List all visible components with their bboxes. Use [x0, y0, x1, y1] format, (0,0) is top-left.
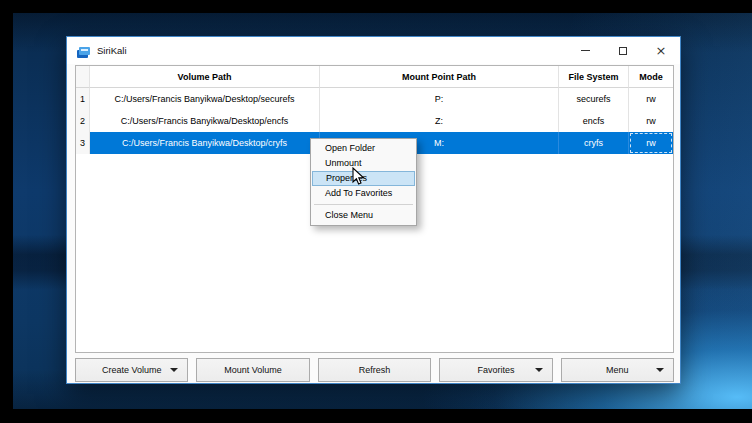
chevron-down-icon — [656, 368, 664, 372]
volume-path-cell[interactable]: C:/Users/Francis Banyikwa/Desktop/encfs — [90, 110, 320, 132]
caption-buttons: × — [566, 37, 680, 64]
table-row[interactable]: 2 C:/Users/Francis Banyikwa/Desktop/encf… — [76, 110, 673, 132]
mode-cell[interactable]: rw — [629, 132, 673, 154]
titlebar[interactable]: SiriKali × — [67, 37, 680, 64]
create-volume-label: Create Volume — [102, 365, 162, 375]
menu-label: Menu — [606, 365, 629, 375]
maximize-button[interactable] — [604, 37, 642, 64]
mount-point-header[interactable]: Mount Point Path — [320, 66, 559, 88]
file-system-cell[interactable]: cryfs — [559, 132, 629, 154]
maximize-icon — [619, 47, 627, 55]
minimize-icon — [581, 50, 590, 51]
volume-path-cell[interactable]: C:/Users/Francis Banyikwa/Desktop/secure… — [90, 88, 320, 110]
mount-point-cell[interactable]: Z: — [320, 110, 559, 132]
minimize-button[interactable] — [566, 37, 604, 64]
refresh-button[interactable]: Refresh — [318, 358, 431, 382]
close-icon: × — [656, 44, 667, 57]
menu-item-open-folder[interactable]: Open Folder — [312, 141, 415, 156]
mount-volume-button[interactable]: Mount Volume — [196, 358, 309, 382]
refresh-label: Refresh — [359, 365, 391, 375]
screenshot-root: { "window": { "title": "SiriKali", "clos… — [0, 0, 752, 423]
mode-cell[interactable]: rw — [629, 88, 673, 110]
chevron-down-icon — [170, 368, 178, 372]
favorites-label: Favorites — [477, 365, 514, 375]
row-number-cell: 2 — [76, 110, 90, 132]
mode-header[interactable]: Mode — [629, 66, 673, 88]
volume-path-header[interactable]: Volume Path — [90, 66, 320, 88]
mode-cell[interactable]: rw — [629, 110, 673, 132]
table-row[interactable]: 1 C:/Users/Francis Banyikwa/Desktop/secu… — [76, 88, 673, 110]
file-system-header[interactable]: File System — [559, 66, 629, 88]
close-button[interactable]: × — [642, 37, 680, 64]
window-title: SiriKali — [97, 45, 127, 56]
row-number-cell: 3 — [76, 132, 90, 154]
mount-point-cell[interactable]: P: — [320, 88, 559, 110]
menu-button[interactable]: Menu — [561, 358, 674, 382]
mouse-cursor-icon — [352, 167, 365, 190]
file-system-cell[interactable]: securefs — [559, 88, 629, 110]
menu-separator — [314, 204, 413, 205]
table-header-row: Volume Path Mount Point Path File System… — [76, 66, 673, 88]
favorites-button[interactable]: Favorites — [439, 358, 552, 382]
chevron-down-icon — [535, 368, 543, 372]
sirikali-app-icon — [77, 45, 90, 57]
bottom-button-row: Create Volume Mount Volume Refresh Favor… — [75, 358, 674, 382]
create-volume-button[interactable]: Create Volume — [75, 358, 188, 382]
mount-volume-label: Mount Volume — [224, 365, 282, 375]
row-number-cell: 1 — [76, 88, 90, 110]
file-system-cell[interactable]: encfs — [559, 110, 629, 132]
volume-path-cell[interactable]: C:/Users/Francis Banyikwa/Desktop/cryfs — [90, 132, 320, 154]
row-number-header — [76, 66, 90, 88]
menu-item-close-menu[interactable]: Close Menu — [312, 208, 415, 223]
